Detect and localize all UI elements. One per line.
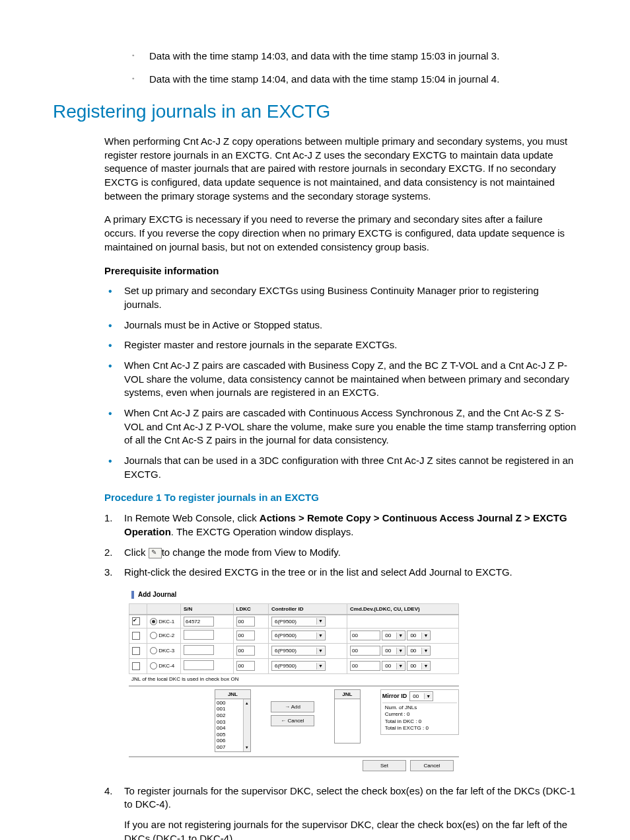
procedure-heading: Procedure 1 To register journals in an E… — [104, 491, 577, 505]
ldkc-input[interactable]: 00 — [236, 646, 255, 656]
row-radio[interactable] — [150, 647, 157, 654]
sn-input[interactable] — [184, 645, 214, 655]
procedure-steps-cont: 4. To register journals for the supervis… — [104, 784, 577, 840]
controller-select[interactable]: 6(P9500)▼ — [271, 617, 326, 627]
step-text: If you are not registering journals for … — [124, 818, 577, 840]
step-3: 3. Right-click the desired EXCTG in the … — [104, 566, 577, 580]
list-item: Data with the time stamp 14:04, and data… — [132, 73, 577, 87]
table-row: DKC-2 00 6(P9500)▼ 00 00▼ 00▼ — [129, 628, 459, 643]
jnl-item[interactable]: 006 — [217, 738, 242, 744]
ldkc-input[interactable]: 00 — [236, 617, 255, 627]
dialog-title: Add Journal — [138, 590, 176, 599]
jnl-item[interactable]: 003 — [217, 719, 242, 726]
mirror-id-label: Mirror ID — [382, 692, 407, 700]
controller-select[interactable]: 6(P9500)▼ — [271, 646, 326, 656]
prerequisite-list: Set up primary and secondary EXCTGs usin… — [104, 284, 577, 481]
table-row: DKC-4 00 6(P9500)▼ 00 00▼ 00▼ — [129, 658, 459, 673]
jnl-item[interactable]: 002 — [217, 712, 242, 719]
col-ldkc: LDKC — [233, 603, 269, 615]
sn-input[interactable]: 64572 — [184, 617, 214, 627]
list-item: When Cnt Ac-J Z pairs are cascaded with … — [104, 406, 577, 447]
step-1: 1. In Remote Web Console, click Actions … — [104, 512, 577, 539]
list-item: Data with the time stamp 14:03, and data… — [132, 50, 577, 63]
step-text: To register journals for the supervisor … — [124, 785, 576, 810]
step-text: to change the mode from View to Modify. — [162, 547, 341, 558]
step-2: 2. Click to change the mode from View to… — [104, 546, 577, 560]
total-exctg-count: Total in EXCTG : 0 — [385, 725, 454, 732]
dkc-label: DKC-3 — [158, 648, 174, 654]
sn-input[interactable] — [184, 630, 214, 640]
jnl-item[interactable]: 005 — [217, 732, 242, 738]
step-text: . The EXCTG Operation window displays. — [171, 526, 354, 537]
add-button[interactable]: → Add — [271, 701, 314, 712]
jnl-source-listbox[interactable]: JNL 000 001 002 003 004 005 006 007 ▴▾ — [215, 689, 251, 752]
jnl-item[interactable]: 007 — [217, 744, 242, 751]
col-sn: S/N — [181, 603, 234, 615]
set-button[interactable]: Set — [363, 760, 406, 771]
cmd-ldev-select[interactable]: 00▼ — [407, 646, 431, 656]
row-checkbox[interactable] — [132, 617, 140, 625]
continuation-bullets: Data with the time stamp 14:03, and data… — [132, 50, 577, 86]
dkc-label: DKC-4 — [158, 663, 174, 669]
cmd-ldev-select[interactable]: 00▼ — [407, 630, 431, 640]
cmd-cu-select[interactable]: 00▼ — [382, 630, 405, 640]
row-checkbox[interactable] — [132, 647, 140, 655]
row-radio[interactable] — [150, 662, 157, 669]
jnl-item[interactable]: 000 — [217, 700, 242, 706]
list-item: When Cnt Ac-J Z pairs are cascaded with … — [104, 359, 577, 400]
listbox-header: JNL — [335, 690, 360, 699]
total-dkc-count: Total in DKC : 0 — [385, 718, 454, 725]
num-jnls-label: Num. of JNLs — [385, 705, 454, 711]
list-item: Set up primary and secondary EXCTGs usin… — [104, 284, 577, 311]
cmd-ldev-select[interactable]: 00▼ — [407, 661, 431, 671]
ldkc-input[interactable]: 00 — [236, 630, 255, 640]
step-text: Click — [124, 547, 149, 558]
listbox-header: JNL — [215, 690, 250, 699]
col-controller: Controller ID — [269, 603, 347, 615]
row-checkbox[interactable] — [132, 632, 140, 640]
table-row: DKC-3 00 6(P9500)▼ 00 00▼ 00▼ — [129, 643, 459, 658]
paragraph: A primary EXCTG is necessary if you need… — [104, 213, 577, 254]
cmd-cu-select[interactable]: 00▼ — [382, 661, 405, 671]
section-heading: Registering journals in an EXCTG — [53, 99, 577, 125]
scrollbar[interactable]: ▴▾ — [243, 699, 250, 751]
step-text: In Remote Web Console, click — [124, 512, 260, 523]
list-item: Journals that can be used in a 3DC confi… — [104, 454, 577, 481]
cmd-ldkc[interactable]: 00 — [350, 646, 380, 656]
cmd-cu-select[interactable]: 00▼ — [382, 646, 405, 656]
dkc-label: DKC-2 — [158, 632, 174, 638]
jnl-item[interactable]: 004 — [217, 725, 242, 732]
dialog-titlebar: Add Journal — [129, 589, 459, 601]
list-item: Register master and restore journals in … — [104, 338, 577, 352]
summary-box: Mirror ID 00▼ Num. of JNLs Current : 0 T… — [380, 689, 459, 736]
table-row: DKC-1 64572 00 6(P9500)▼ — [129, 615, 459, 629]
step-4: 4. To register journals for the supervis… — [104, 784, 577, 840]
modify-icon — [149, 548, 162, 558]
col-cmddev: Cmd.Dev.(LDKC, CU, LDEV) — [347, 603, 459, 615]
paragraph: When performing Cnt Ac-J Z copy operatio… — [104, 135, 577, 203]
cancel-button[interactable]: Cancel — [410, 760, 454, 771]
cancel-move-button[interactable]: ← Cancel — [271, 715, 314, 726]
jnl-item[interactable]: 001 — [217, 706, 242, 712]
step-text: Right-click the desired EXCTG in the tre… — [124, 566, 512, 578]
dkc-table: S/N LDKC Controller ID Cmd.Dev.(LDKC, CU… — [129, 603, 459, 674]
row-checkbox[interactable] — [132, 662, 140, 670]
row-radio[interactable] — [150, 618, 157, 625]
sn-input[interactable] — [184, 660, 214, 670]
cmd-ldkc[interactable]: 00 — [350, 661, 380, 671]
dkc-label: DKC-1 — [158, 619, 174, 625]
prerequisite-heading: Prerequisite information — [104, 264, 577, 278]
current-count: Current : 0 — [385, 711, 454, 718]
list-item: Journals must be in Active or Stopped st… — [104, 319, 577, 332]
table-note: JNL of the local DKC is used in check bo… — [129, 674, 459, 685]
cmd-ldkc[interactable]: 00 — [350, 630, 380, 640]
title-accent — [131, 591, 134, 599]
ldkc-input[interactable]: 00 — [236, 661, 255, 671]
mirror-id-select[interactable]: 00▼ — [409, 691, 433, 701]
row-radio[interactable] — [150, 632, 157, 639]
dialog-figure: Add Journal S/N LDKC Controller ID Cmd.D… — [129, 589, 577, 771]
procedure-steps: 1. In Remote Web Console, click Actions … — [104, 512, 577, 580]
controller-select[interactable]: 6(P9500)▼ — [271, 661, 326, 671]
controller-select[interactable]: 6(P9500)▼ — [271, 630, 326, 640]
jnl-target-listbox[interactable]: JNL — [334, 689, 361, 744]
